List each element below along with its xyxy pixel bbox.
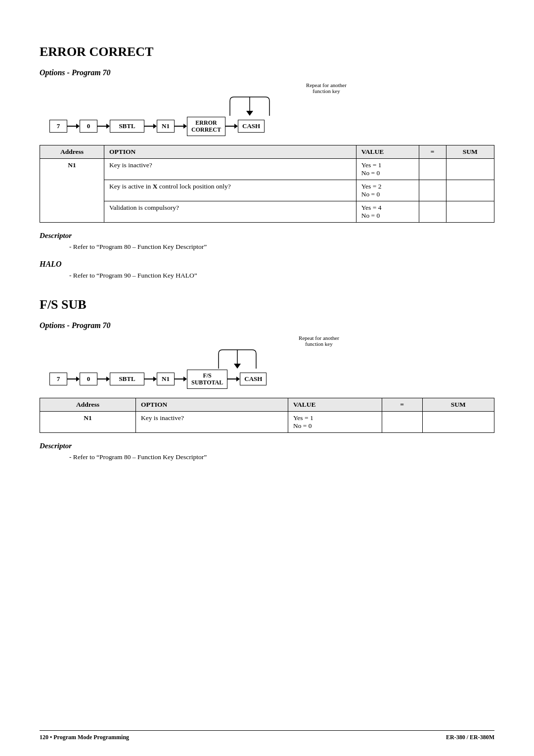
table-row: Key is active in X control lock position… [40,180,494,201]
key-sbtl-fs: SBTL [110,373,144,385]
options-program-70-fs-title: Options - Program 70 [40,321,494,330]
th-address-fs: Address [40,398,136,411]
arrow-5 [225,124,238,129]
fs-sub-section: F/S SUB Options - Program 70 Repeat for … [40,297,494,461]
key-7-fs: 7 [49,373,67,385]
descriptor-ec-title: Descriptor [40,232,494,240]
fs-key-row: 7 0 SBTL N1 F/SSUBTO [49,370,494,389]
th-sum-fs: SUM [422,398,494,411]
td-value-fs-1: Yes = 1No = 0 [288,411,382,432]
halo-refer: - Refer to “Program 90 – Function Key HA… [69,272,494,280]
arrow-fs-2 [97,377,110,381]
key-0: 0 [80,120,97,133]
td-eq-ec-1 [419,158,446,180]
fs-repeat-label: Repeat for another function key [143,335,494,347]
th-equals-ec: = [419,145,446,158]
arrow-3 [144,124,157,129]
options-program-70-fs: Options - Program 70 Repeat for another … [40,321,494,433]
key-fs-subtotal: F/SSUBTOTAL [187,370,227,389]
td-n1-ec: N1 [40,158,104,222]
ec-repeat-label: Repeat for another function key [158,82,494,94]
options-program-70-ec-title: Options - Program 70 [40,68,494,77]
table-row: N1 Key is inactive? Yes = 1No = 0 [40,158,494,180]
td-value-ec-1: Yes = 1No = 0 [356,158,419,180]
descriptor-fs-refer: - Refer to “Program 80 – Function Key De… [69,453,494,461]
key-7: 7 [49,120,67,133]
arrow-fs-5 [227,377,240,381]
halo-section: HALO - Refer to “Program 90 – Function K… [40,260,494,280]
halo-title: HALO [40,260,494,269]
key-n1-ec: N1 [157,120,175,133]
fs-diagram: Repeat for another function key 7 [49,335,494,389]
ec-options-table: Address OPTION VALUE = SUM N1 Key is ina… [40,145,494,223]
td-option-ec-3: Validation is compulsory? [104,201,356,222]
th-option-fs: OPTION [135,398,288,411]
td-option-fs-1: Key is inactive? [135,411,288,432]
page: ERROR CORRECT Options - Program 70 Repea… [0,0,534,756]
td-option-ec-1: Key is inactive? [104,158,356,180]
td-n1-fs: N1 [40,411,136,432]
td-eq-fs-1 [382,411,422,432]
fs-repeat-arrow-svg [49,348,396,370]
svg-marker-3 [234,364,241,369]
arrow-4 [175,124,187,129]
arrow-1 [67,124,80,129]
arrow-fs-4 [175,377,187,381]
descriptor-fs-title: Descriptor [40,442,494,450]
descriptor-fs-section: Descriptor - Refer to “Program 80 – Func… [40,442,494,461]
td-eq-ec-2 [419,180,446,201]
error-correct-section: ERROR CORRECT Options - Program 70 Repea… [40,45,494,280]
th-equals-fs: = [382,398,422,411]
ec-diagram: Repeat for another function key 7 [49,82,494,136]
th-address-ec: Address [40,145,104,158]
table-row: N1 Key is inactive? Yes = 1No = 0 [40,411,494,432]
th-option-ec: OPTION [104,145,356,158]
footer-right: ER-380 / ER-380M [446,734,494,741]
footer: 120 • Program Mode Programming ER-380 / … [40,730,494,741]
descriptor-ec-refer: - Refer to “Program 80 – Function Key De… [69,243,494,251]
ec-repeat-arrow-svg [49,95,396,117]
arrow-fs-1 [67,377,80,381]
table-row: Validation is compulsory? Yes = 4No = 0 [40,201,494,222]
td-sum-ec-1 [446,158,494,180]
ec-key-row: 7 0 SBTL N1 ERRORCOR [49,117,494,136]
descriptor-ec-section: Descriptor - Refer to “Program 80 – Func… [40,232,494,251]
key-0-fs: 0 [80,373,97,385]
key-sbtl-ec: SBTL [110,120,144,133]
td-value-ec-2: Yes = 2No = 0 [356,180,419,201]
key-n1-fs: N1 [157,373,175,385]
td-sum-fs-1 [422,411,494,432]
arrow-2 [97,124,110,129]
svg-marker-1 [246,111,253,116]
th-value-fs: VALUE [288,398,382,411]
key-cash-ec: CASH [238,120,265,133]
footer-left: 120 • Program Mode Programming [40,734,129,741]
td-eq-ec-3 [419,201,446,222]
fs-options-table: Address OPTION VALUE = SUM N1 Key is ina… [40,398,494,433]
options-program-70-ec: Options - Program 70 Repeat for another … [40,68,494,223]
key-cash-fs: CASH [240,373,267,385]
td-sum-ec-2 [446,180,494,201]
arrow-fs-3 [144,377,157,381]
th-sum-ec: SUM [446,145,494,158]
error-correct-title: ERROR CORRECT [40,45,494,59]
key-error-correct: ERRORCORRECT [187,117,225,136]
td-sum-ec-3 [446,201,494,222]
th-value-ec: VALUE [356,145,419,158]
td-value-ec-3: Yes = 4No = 0 [356,201,419,222]
td-option-ec-2: Key is active in X control lock position… [104,180,356,201]
fs-sub-title: F/S SUB [40,297,494,312]
